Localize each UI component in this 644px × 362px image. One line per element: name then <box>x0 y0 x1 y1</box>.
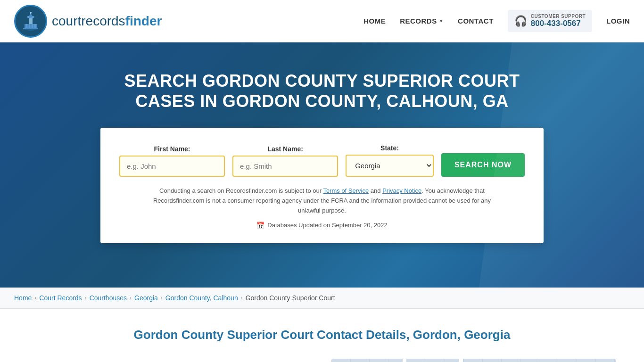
privacy-link[interactable]: Privacy Notice <box>382 187 421 194</box>
disclaimer-text: Conducting a search on Recordsfinder.com… <box>143 186 501 215</box>
map-placeholder[interactable]: 📍 Gordon County Tax Commissioner's Offic… <box>331 359 616 362</box>
breadcrumb-court-records[interactable]: Court Records <box>39 294 82 302</box>
breadcrumb-sep-4: › <box>161 295 163 301</box>
svg-point-10 <box>30 12 32 14</box>
svg-rect-3 <box>29 17 33 24</box>
hero-section: SEARCH GORDON COUNTY SUPERIOR COURT CASE… <box>0 42 644 288</box>
nav-records[interactable]: RECORDS ▼ <box>400 17 444 25</box>
last-name-group: Last Name: <box>232 145 338 177</box>
map-road-v2 <box>403 359 406 362</box>
state-select[interactable]: AlabamaAlaskaArizonaArkansasCaliforniaCo… <box>346 155 434 177</box>
search-form: First Name: Last Name: State: AlabamaAla… <box>119 144 525 177</box>
svg-rect-6 <box>27 24 29 29</box>
court-name-row: Court Name: Gordon County Superior Court <box>28 359 313 362</box>
breadcrumb-sep-3: › <box>130 295 132 301</box>
map-column: 📍 Gordon County Tax Commissioner's Offic… <box>331 359 616 362</box>
svg-rect-5 <box>25 24 26 29</box>
logo-icon <box>14 5 47 38</box>
svg-rect-7 <box>30 24 32 29</box>
first-name-label: First Name: <box>119 145 225 153</box>
content-grid: Court Name: Gordon County Superior Court… <box>28 359 616 362</box>
nav-login[interactable]: LOGIN <box>606 17 630 25</box>
breadcrumb: Home › Court Records › Courthouses › Geo… <box>0 288 644 309</box>
hero-title: SEARCH GORDON COUNTY SUPERIOR COURT CASE… <box>110 71 534 111</box>
svg-rect-9 <box>36 24 37 29</box>
map-grid-bg <box>331 359 616 362</box>
main-content: Gordon County Superior Court Contact Det… <box>0 309 644 362</box>
support-number[interactable]: 800-433-0567 <box>531 19 586 28</box>
first-name-group: First Name: <box>119 145 225 177</box>
breadcrumb-sep-1: › <box>34 295 36 301</box>
chevron-down-icon: ▼ <box>439 18 444 24</box>
db-updated: 📅 Databases Updated on September 20, 202… <box>119 222 525 229</box>
main-nav: HOME RECORDS ▼ CONTACT 🎧 CUSTOMER SUPPOR… <box>363 10 630 32</box>
breadcrumb-sep-5: › <box>241 295 243 301</box>
breadcrumb-county-calhoun[interactable]: Gordon County, Calhoun <box>165 294 238 302</box>
header: courtrecordsfinder HOME RECORDS ▼ CONTAC… <box>0 0 644 42</box>
breadcrumb-courthouses[interactable]: Courthouses <box>90 294 127 302</box>
breadcrumb-georgia[interactable]: Georgia <box>134 294 158 302</box>
logo-text: courtrecordsfinder <box>52 14 162 29</box>
support-label: CUSTOMER SUPPORT <box>531 14 586 19</box>
nav-contact[interactable]: CONTACT <box>458 17 494 25</box>
logo[interactable]: courtrecordsfinder <box>14 5 162 38</box>
section-title: Gordon County Superior Court Contact Det… <box>28 328 616 342</box>
last-name-input[interactable] <box>232 156 338 177</box>
terms-link[interactable]: Terms of Service <box>323 187 369 194</box>
breadcrumb-sep-2: › <box>85 295 87 301</box>
search-card: First Name: Last Name: State: AlabamaAla… <box>100 128 544 243</box>
details-column: Court Name: Gordon County Superior Court… <box>28 359 313 362</box>
headset-icon: 🎧 <box>514 15 527 27</box>
calendar-icon: 📅 <box>256 222 264 229</box>
customer-support-box: 🎧 CUSTOMER SUPPORT 800-433-0567 <box>508 10 592 32</box>
breadcrumb-current: Gordon County Superior Court <box>246 294 335 302</box>
map-road-v1 <box>459 359 463 362</box>
last-name-label: Last Name: <box>232 145 338 153</box>
state-label: State: <box>346 144 434 152</box>
svg-rect-8 <box>33 24 34 29</box>
nav-home[interactable]: HOME <box>363 17 386 25</box>
breadcrumb-home[interactable]: Home <box>14 294 32 302</box>
state-group: State: AlabamaAlaskaArizonaArkansasCalif… <box>346 144 434 177</box>
first-name-input[interactable] <box>119 156 225 177</box>
